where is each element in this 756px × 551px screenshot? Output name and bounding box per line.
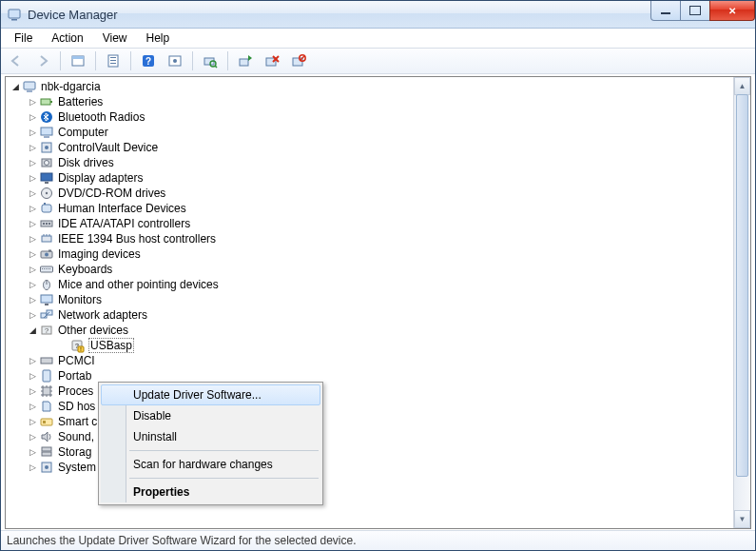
tree-label[interactable]: IEEE 1394 Bus host controllers [58,232,216,246]
update-driver-icon[interactable] [234,49,257,72]
tree-row[interactable]: ▷ControlVault Device [8,140,734,155]
menu-help[interactable]: Help [139,30,178,46]
tree-row[interactable]: ▷Imaging devices [8,246,734,262]
tree-label[interactable]: Network adapters [58,308,147,322]
tree-label[interactable]: Mice and other pointing devices [58,278,219,291]
tree-label[interactable]: Computer [58,126,108,139]
tree-row[interactable]: ▷Human Interface Devices [8,201,734,216]
maximize-button[interactable] [680,1,710,21]
context-menu-item[interactable]: Properties [101,482,320,502]
menu-action[interactable]: Action [44,30,90,46]
expand-toggle[interactable]: ▷ [27,355,38,366]
expand-toggle[interactable]: ▷ [27,142,38,153]
tree-row[interactable]: ▷PCMCI [8,353,734,368]
tree-label[interactable]: Monitors [58,293,102,306]
tree-label[interactable]: Storag [58,445,91,459]
expand-toggle[interactable]: ▷ [27,294,38,305]
collapse-toggle[interactable]: ◢ [27,325,38,336]
scan-hardware-icon[interactable] [199,49,222,72]
tree-label[interactable]: Display adapters [58,171,143,185]
tree-row[interactable]: ▷DVD/CD-ROM drives [8,186,734,201]
expand-toggle[interactable]: ▷ [27,370,38,382]
tree-label[interactable]: Other devices [58,324,128,337]
context-menu-item[interactable]: Update Driver Software... [101,384,320,405]
forward-icon[interactable] [31,49,54,72]
svg-point-32 [45,161,49,166]
title-bar[interactable]: Device Manager ✕ [1,1,755,29]
context-menu-item[interactable]: Disable [101,405,320,426]
tree-row[interactable]: ▷Keyboards [8,262,734,277]
help-icon[interactable]: ? [137,49,160,72]
tree-label[interactable]: Smart c [58,415,97,428]
tree-row[interactable]: ◢nbk-dgarcia [8,79,734,94]
expand-toggle[interactable]: ▷ [27,401,38,412]
tree-label[interactable]: Keyboards [58,263,112,276]
tree-row[interactable]: ▷Batteries [8,94,734,109]
expand-toggle[interactable]: ▷ [27,127,38,138]
expand-toggle[interactable] [57,340,68,351]
scroll-up-arrow[interactable]: ▲ [734,77,750,95]
context-menu-item[interactable]: Uninstall [101,426,320,447]
tree-label[interactable]: PCMCI [58,354,95,367]
tree-row[interactable]: ▷IDE ATA/ATAPI controllers [8,216,734,231]
tree-label[interactable]: Imaging devices [58,247,141,261]
tree-label[interactable]: IDE ATA/ATAPI controllers [58,217,190,230]
expand-toggle[interactable]: ▷ [27,157,38,168]
tree-row[interactable]: ◢?Other devices [8,323,734,338]
scroll-thumb[interactable] [736,94,748,477]
tree-row[interactable]: ▷Display adapters [8,170,734,186]
expand-toggle[interactable]: ▷ [27,96,38,108]
expand-toggle[interactable]: ▷ [27,431,38,443]
tree-row[interactable]: ▷Monitors [8,292,734,307]
tree-label[interactable]: Proces [58,384,93,398]
show-hidden-icon[interactable] [67,49,89,72]
expand-toggle[interactable]: ▷ [27,385,38,397]
tree-row[interactable]: ▷Network adapters [8,307,734,323]
expand-toggle[interactable]: ▷ [27,264,38,275]
expand-toggle[interactable]: ▷ [27,446,38,458]
tree-label[interactable]: SD hos [58,400,95,413]
tree-label[interactable]: ControlVault Device [58,141,158,154]
tree-row[interactable]: ▷Mice and other pointing devices [8,277,734,292]
svg-rect-69 [41,419,52,425]
toolbar-action-icon[interactable] [164,49,186,72]
expand-toggle[interactable]: ▷ [27,111,38,123]
tree-row[interactable]: ▷Computer [8,125,734,140]
menu-file[interactable]: File [7,30,40,46]
tree-row[interactable]: ▷Bluetooth Radios [8,109,734,125]
tree-label[interactable]: Batteries [58,95,103,108]
tree-label[interactable]: Portab [58,369,91,383]
tree-label[interactable]: Sound, [58,430,94,443]
vertical-scrollbar[interactable]: ▲ ▼ [733,77,750,528]
expand-toggle[interactable]: ▷ [27,187,38,199]
tree-label[interactable]: DVD/CD-ROM drives [58,187,165,200]
tree-label[interactable]: Disk drives [58,156,114,169]
back-icon[interactable] [5,49,28,72]
close-button[interactable]: ✕ [709,1,755,21]
tree-label[interactable]: USBasp [88,338,134,353]
tree-label[interactable]: Bluetooth Radios [58,110,145,124]
context-menu[interactable]: Update Driver Software...DisableUninstal… [98,382,323,505]
disable-icon[interactable] [287,49,310,72]
expand-toggle[interactable]: ▷ [27,309,38,321]
collapse-toggle[interactable]: ◢ [10,81,21,92]
properties-icon[interactable] [102,49,125,72]
expand-toggle[interactable]: ▷ [27,218,38,229]
expand-toggle[interactable]: ▷ [27,233,38,245]
expand-toggle[interactable]: ▷ [27,172,38,184]
tree-row[interactable]: ▷IEEE 1394 Bus host controllers [8,231,734,246]
menu-view[interactable]: View [95,30,135,46]
expand-toggle[interactable]: ▷ [27,248,38,260]
expand-toggle[interactable]: ▷ [27,279,38,290]
minimize-button[interactable] [650,1,681,21]
expand-toggle[interactable]: ▷ [27,203,38,214]
tree-row[interactable]: ?!USBasp [8,338,734,353]
tree-label[interactable]: nbk-dgarcia [41,80,101,93]
scroll-down-arrow[interactable]: ▼ [734,510,750,528]
tree-row[interactable]: ▷Disk drives [8,155,734,170]
expand-toggle[interactable]: ▷ [27,462,38,473]
expand-toggle[interactable]: ▷ [27,416,38,427]
uninstall-icon[interactable] [261,49,283,72]
context-menu-item[interactable]: Scan for hardware changes [101,454,320,475]
tree-label[interactable]: Human Interface Devices [58,202,186,215]
